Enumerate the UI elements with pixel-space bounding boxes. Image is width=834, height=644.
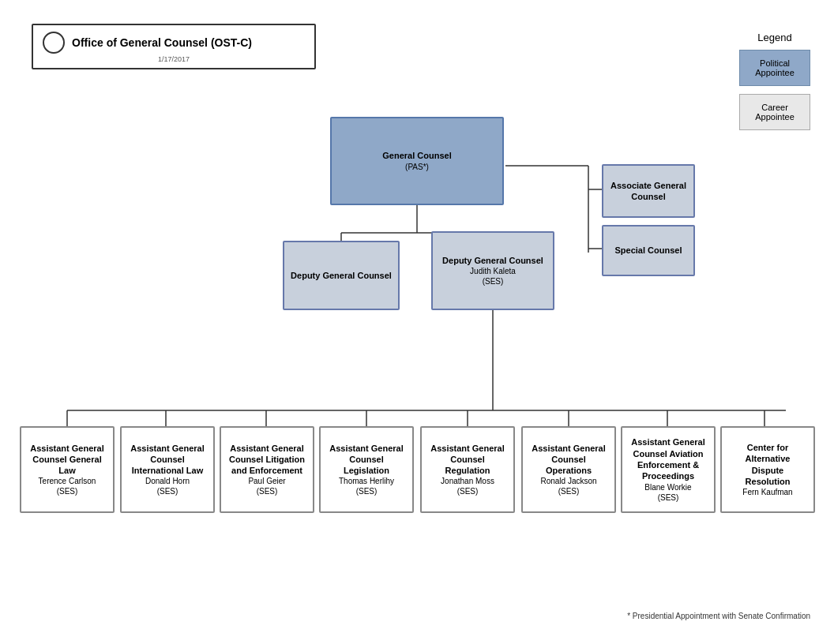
- general-counsel-node: General Counsel (PAS*): [330, 117, 504, 205]
- agc-general-law-name: Terence Carlson: [39, 476, 96, 486]
- connectors: [0, 0, 834, 644]
- agc-general-law-node: Assistant General Counsel General Law Te…: [20, 426, 115, 513]
- center-adr-node: Center for Alternative Dispute Resolutio…: [720, 426, 815, 513]
- center-adr-title: Center for Alternative Dispute Resolutio…: [728, 442, 807, 487]
- agc-international-name: Donald Horn: [145, 476, 190, 486]
- agc-regulation-node: Assistant General Counsel Regulation Jon…: [420, 426, 515, 513]
- agc-international-node: Assistant General Counsel International …: [120, 426, 215, 513]
- header-title: Office of General Counsel (OST-C): [72, 36, 252, 49]
- special-counsel-title: Special Counsel: [615, 245, 682, 256]
- agc-regulation-name: Jonathan Moss: [441, 476, 494, 486]
- footer-note: * Presidential Appointment with Senate C…: [627, 612, 810, 620]
- general-counsel-subtitle: (PAS*): [405, 162, 429, 172]
- agc-international-title: Assistant General Counsel International …: [128, 443, 207, 477]
- agc-regulation-subtitle: (SES): [457, 486, 479, 496]
- header-date: 1/17/2017: [43, 55, 305, 63]
- agc-litigation-subtitle: (SES): [257, 486, 278, 496]
- associate-general-counsel-node: Associate General Counsel: [602, 164, 695, 218]
- header-box: Office of General Counsel (OST-C) 1/17/2…: [32, 24, 316, 69]
- agc-general-law-title: Assistant General Counsel General Law: [28, 443, 107, 477]
- agc-operations-title: Assistant General Counsel Operations: [529, 443, 608, 477]
- associate-general-counsel-title: Associate General Counsel: [610, 180, 687, 203]
- agc-aviation-subtitle: (SES): [658, 492, 679, 503]
- logo-circle: [43, 32, 65, 54]
- agc-international-subtitle: (SES): [157, 486, 178, 496]
- agc-regulation-title: Assistant General Counsel Regulation: [428, 443, 507, 477]
- deputy-general-counsel-right-node: Deputy General Counsel Judith Kaleta (SE…: [431, 231, 554, 310]
- agc-aviation-node: Assistant General Counsel Aviation Enfor…: [621, 426, 716, 513]
- special-counsel-node: Special Counsel: [602, 225, 695, 276]
- agc-aviation-title: Assistant General Counsel Aviation Enfor…: [629, 436, 708, 481]
- deputy-general-counsel-right-subtitle: (SES): [483, 276, 504, 286]
- agc-litigation-name: Paul Geier: [248, 476, 285, 486]
- agc-legislation-node: Assistant General Counsel Legislation Th…: [319, 426, 414, 513]
- legend-political: Political Appointee: [739, 50, 810, 86]
- deputy-general-counsel-right-name: Judith Kaleta: [470, 266, 516, 276]
- agc-legislation-name: Thomas Herlihy: [339, 476, 394, 486]
- general-counsel-title: General Counsel: [382, 150, 451, 161]
- legend-title: Legend: [739, 32, 810, 43]
- agc-legislation-title: Assistant General Counsel Legislation: [327, 443, 406, 477]
- agc-litigation-title: Assistant General Counsel Litigation and…: [227, 443, 306, 477]
- agc-litigation-node: Assistant General Counsel Litigation and…: [220, 426, 314, 513]
- deputy-general-counsel-right-title: Deputy General Counsel: [442, 255, 543, 266]
- agc-operations-subtitle: (SES): [558, 486, 580, 496]
- legend: Legend Political Appointee Career Appoin…: [739, 32, 810, 138]
- center-adr-name: Fern Kaufman: [742, 487, 792, 497]
- agc-operations-name: Ronald Jackson: [540, 476, 596, 486]
- deputy-general-counsel-left-node: Deputy General Counsel: [283, 241, 400, 310]
- agc-legislation-subtitle: (SES): [356, 486, 378, 496]
- agc-general-law-subtitle: (SES): [57, 486, 78, 496]
- agc-aviation-name: Blane Workie: [644, 482, 691, 492]
- legend-career: Career Appointee: [739, 94, 810, 130]
- deputy-general-counsel-left-title: Deputy General Counsel: [291, 270, 392, 281]
- agc-operations-node: Assistant General Counsel Operations Ron…: [521, 426, 616, 513]
